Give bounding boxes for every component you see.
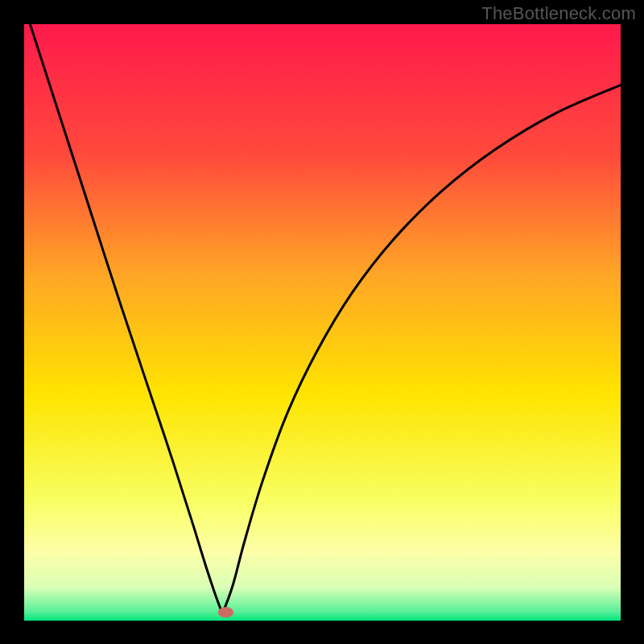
bottleneck-chart [24, 24, 621, 621]
watermark-text: TheBottleneck.com [481, 3, 636, 24]
plot-area [24, 24, 621, 621]
chart-frame: TheBottleneck.com [0, 0, 644, 644]
gradient-background [24, 24, 621, 621]
minimum-marker [218, 607, 233, 617]
